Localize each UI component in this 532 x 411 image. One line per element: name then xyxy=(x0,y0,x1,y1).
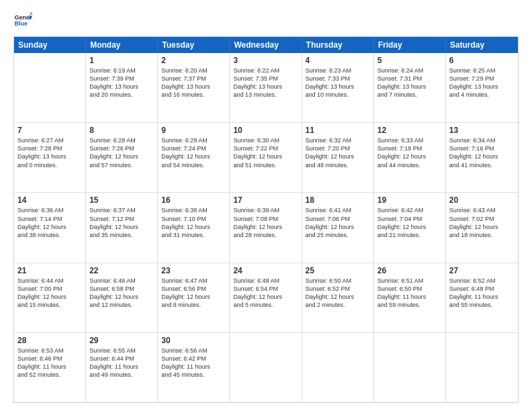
cell-line: Sunset: 6:52 PM xyxy=(306,285,370,293)
day-number: 20 xyxy=(449,195,515,205)
cell-line: Sunrise: 6:55 AM xyxy=(89,347,154,355)
cell-line: Sunset: 6:44 PM xyxy=(89,355,154,363)
cell-line: Daylight: 11 hours xyxy=(449,293,515,301)
cell-line: Sunset: 7:22 PM xyxy=(233,144,298,152)
empty-cell xyxy=(230,333,302,402)
cell-line: Daylight: 12 hours xyxy=(449,152,515,161)
day-cell-1: 1Sunrise: 6:19 AMSunset: 7:39 PMDaylight… xyxy=(86,53,158,122)
cell-line: Sunrise: 6:19 AM xyxy=(89,66,154,75)
cell-line: and 51 minutes. xyxy=(233,161,298,169)
cell-line: Sunrise: 6:27 AM xyxy=(17,136,82,144)
cell-line: Sunrise: 6:44 AM xyxy=(17,277,82,285)
cell-line: Daylight: 13 hours xyxy=(449,83,515,91)
day-cell-10: 10Sunrise: 6:30 AMSunset: 7:22 PMDayligh… xyxy=(230,123,302,192)
day-cell-8: 8Sunrise: 6:28 AMSunset: 7:26 PMDaylight… xyxy=(86,123,158,192)
cell-line: and 13 minutes. xyxy=(233,91,298,99)
cell-line: and 10 minutes. xyxy=(306,91,370,99)
cell-line: Daylight: 11 hours xyxy=(89,363,154,371)
cell-line: Sunrise: 6:41 AM xyxy=(306,206,370,214)
day-cell-25: 25Sunrise: 6:50 AMSunset: 6:52 PMDayligh… xyxy=(302,263,374,332)
cell-line: Daylight: 12 hours xyxy=(378,223,442,231)
cell-line: Sunset: 7:10 PM xyxy=(161,215,226,223)
day-number: 6 xyxy=(449,56,515,65)
cell-line: Sunrise: 6:28 AM xyxy=(89,136,154,144)
cell-line: Sunset: 7:26 PM xyxy=(89,144,154,152)
day-cell-14: 14Sunrise: 6:36 AMSunset: 7:14 PMDayligh… xyxy=(14,193,86,262)
cell-line: Sunrise: 6:51 AM xyxy=(378,277,442,285)
day-number: 5 xyxy=(378,56,442,65)
header: General Blue xyxy=(13,11,519,30)
empty-cell xyxy=(374,333,446,402)
day-number: 17 xyxy=(233,195,298,205)
day-number: 11 xyxy=(306,126,370,135)
cell-line: Daylight: 13 hours xyxy=(378,83,442,91)
day-cell-7: 7Sunrise: 6:27 AMSunset: 7:28 PMDaylight… xyxy=(14,123,86,192)
day-cell-13: 13Sunrise: 6:34 AMSunset: 7:16 PMDayligh… xyxy=(446,123,518,192)
cell-line: Sunrise: 6:53 AM xyxy=(17,347,82,355)
cell-line: Daylight: 12 hours xyxy=(89,152,154,161)
cell-line: and 57 minutes. xyxy=(89,161,154,169)
cell-line: and 7 minutes. xyxy=(378,91,442,99)
day-number: 15 xyxy=(89,195,154,205)
day-cell-17: 17Sunrise: 6:39 AMSunset: 7:08 PMDayligh… xyxy=(230,193,302,262)
cell-line: Sunrise: 6:25 AM xyxy=(449,66,515,75)
cell-line: Sunrise: 6:33 AM xyxy=(378,136,442,144)
cell-line: Sunrise: 6:29 AM xyxy=(161,136,226,144)
cell-line: Daylight: 12 hours xyxy=(161,223,226,231)
day-number: 9 xyxy=(161,126,226,135)
cell-line: Sunset: 7:06 PM xyxy=(306,215,370,223)
day-cell-19: 19Sunrise: 6:42 AMSunset: 7:04 PMDayligh… xyxy=(374,193,446,262)
cell-line: Daylight: 12 hours xyxy=(233,152,298,161)
day-cell-5: 5Sunrise: 6:24 AMSunset: 7:31 PMDaylight… xyxy=(374,53,446,122)
day-number: 2 xyxy=(161,56,226,65)
cell-line: Sunset: 7:16 PM xyxy=(449,144,515,152)
calendar-header: SundayMondayTuesdayWednesdayThursdayFrid… xyxy=(14,37,518,53)
day-number: 30 xyxy=(161,336,226,345)
cell-line: Daylight: 12 hours xyxy=(306,223,370,231)
cell-line: and 8 minutes. xyxy=(161,301,226,309)
cell-line: and 0 minutes. xyxy=(17,161,82,169)
empty-cell xyxy=(14,53,86,122)
calendar-row-1: 1Sunrise: 6:19 AMSunset: 7:39 PMDaylight… xyxy=(14,53,518,122)
cell-line: Sunrise: 6:50 AM xyxy=(306,277,370,285)
cell-line: Daylight: 13 hours xyxy=(89,83,154,91)
day-number: 14 xyxy=(17,195,82,205)
cell-line: Sunrise: 6:20 AM xyxy=(161,66,226,75)
cell-line: Daylight: 13 hours xyxy=(306,83,370,91)
cell-line: Sunrise: 6:22 AM xyxy=(233,66,298,75)
cell-line: and 20 minutes. xyxy=(89,91,154,99)
cell-line: Sunset: 7:28 PM xyxy=(17,144,82,152)
day-cell-23: 23Sunrise: 6:47 AMSunset: 6:56 PMDayligh… xyxy=(158,263,230,332)
cell-line: Sunset: 7:20 PM xyxy=(306,144,370,152)
cell-line: and 54 minutes. xyxy=(161,161,226,169)
cell-line: Daylight: 11 hours xyxy=(161,363,226,371)
day-number: 12 xyxy=(378,126,442,135)
day-cell-28: 28Sunrise: 6:53 AMSunset: 6:46 PMDayligh… xyxy=(14,333,86,402)
cell-line: and 35 minutes. xyxy=(89,231,154,239)
cell-line: Sunset: 7:12 PM xyxy=(89,215,154,223)
cell-line: Daylight: 11 hours xyxy=(378,293,442,301)
cell-line: Sunrise: 6:47 AM xyxy=(161,277,226,285)
day-cell-11: 11Sunrise: 6:32 AMSunset: 7:20 PMDayligh… xyxy=(302,123,374,192)
cell-line: and 12 minutes. xyxy=(89,301,154,309)
cell-line: and 28 minutes. xyxy=(233,231,298,239)
logo-icon: General Blue xyxy=(13,11,32,30)
svg-text:Blue: Blue xyxy=(14,20,28,27)
day-number: 1 xyxy=(89,56,154,65)
cell-line: Sunrise: 6:43 AM xyxy=(449,206,515,214)
cell-line: Sunrise: 6:23 AM xyxy=(306,66,370,75)
cell-line: Sunrise: 6:24 AM xyxy=(378,66,442,75)
cell-line: and 15 minutes. xyxy=(17,301,82,309)
cell-line: and 41 minutes. xyxy=(449,161,515,169)
day-cell-20: 20Sunrise: 6:43 AMSunset: 7:02 PMDayligh… xyxy=(446,193,518,262)
day-cell-12: 12Sunrise: 6:33 AMSunset: 7:18 PMDayligh… xyxy=(374,123,446,192)
day-number: 24 xyxy=(233,266,298,275)
cell-line: and 55 minutes. xyxy=(449,301,515,309)
day-number: 22 xyxy=(89,266,154,275)
cell-line: Daylight: 12 hours xyxy=(449,223,515,231)
day-header-monday: Monday xyxy=(86,37,158,53)
cell-line: Sunrise: 6:48 AM xyxy=(233,277,298,285)
cell-line: Sunset: 7:18 PM xyxy=(378,144,442,152)
day-cell-15: 15Sunrise: 6:37 AMSunset: 7:12 PMDayligh… xyxy=(86,193,158,262)
cell-line: and 48 minutes. xyxy=(306,161,370,169)
